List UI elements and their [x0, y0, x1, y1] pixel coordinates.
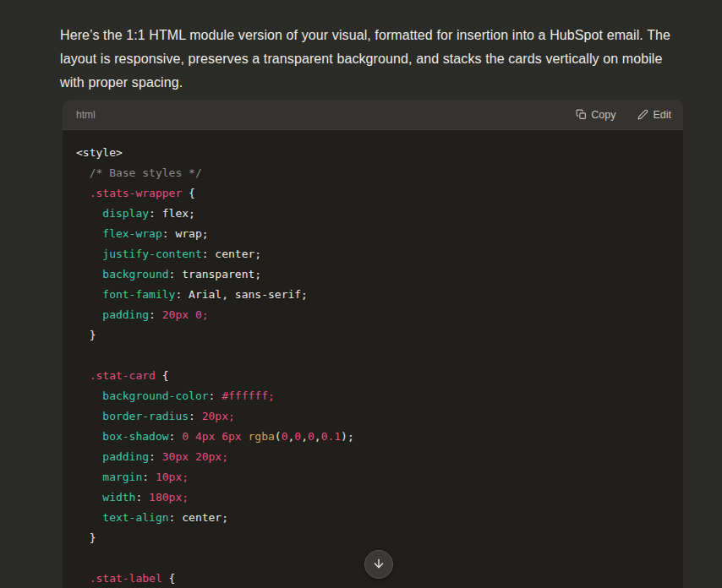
code-line: box-shadow: 0 4px 6px rgba(0,0,0,0.1);	[76, 427, 670, 447]
code-line: flex-wrap: wrap;	[76, 224, 670, 244]
code-line: <style>	[76, 143, 670, 163]
code-line: }	[76, 528, 670, 548]
edit-button[interactable]: Edit	[637, 109, 671, 121]
code-line: padding: 30px 20px;	[76, 447, 670, 467]
code-line: display: flex;	[76, 204, 670, 224]
code-line: border-radius: 20px;	[76, 406, 670, 427]
edit-icon	[637, 109, 648, 120]
code-line: width: 180px;	[76, 487, 670, 508]
code-line: /* Base styles */	[76, 163, 670, 183]
code-line: padding: 20px 0;	[76, 305, 670, 325]
code-line: }	[76, 325, 670, 346]
code-line: .stats-wrapper {	[76, 183, 670, 204]
code-line: .stat-card {	[76, 366, 670, 386]
code-block-header: html Copy	[63, 100, 683, 130]
copy-icon	[576, 109, 587, 120]
arrow-down-icon	[372, 557, 386, 573]
copy-button-label: Copy	[591, 109, 615, 121]
scroll-to-bottom-button[interactable]	[364, 550, 393, 579]
code-line: margin: 10px;	[76, 467, 670, 487]
copy-button[interactable]: Copy	[576, 109, 615, 121]
assistant-message-text: Here’s the 1:1 HTML module version of yo…	[60, 24, 684, 95]
code-language-label: html	[76, 109, 96, 121]
code-line: justify-content: center;	[76, 244, 670, 264]
code-content: <style> /* Base styles */ .stats-wrapper…	[63, 130, 683, 588]
edit-button-label: Edit	[653, 109, 671, 121]
code-line: font-family: Arial, sans-serif;	[76, 285, 670, 305]
code-block: html Copy	[63, 100, 683, 588]
chat-area: Here’s the 1:1 HTML module version of yo…	[0, 0, 722, 588]
code-line: background: transparent;	[76, 264, 670, 285]
code-line: text-align: center;	[76, 508, 670, 528]
code-block-actions: Copy Edit	[576, 109, 671, 121]
code-line	[76, 346, 670, 366]
code-line: background-color: #ffffff;	[76, 386, 670, 406]
